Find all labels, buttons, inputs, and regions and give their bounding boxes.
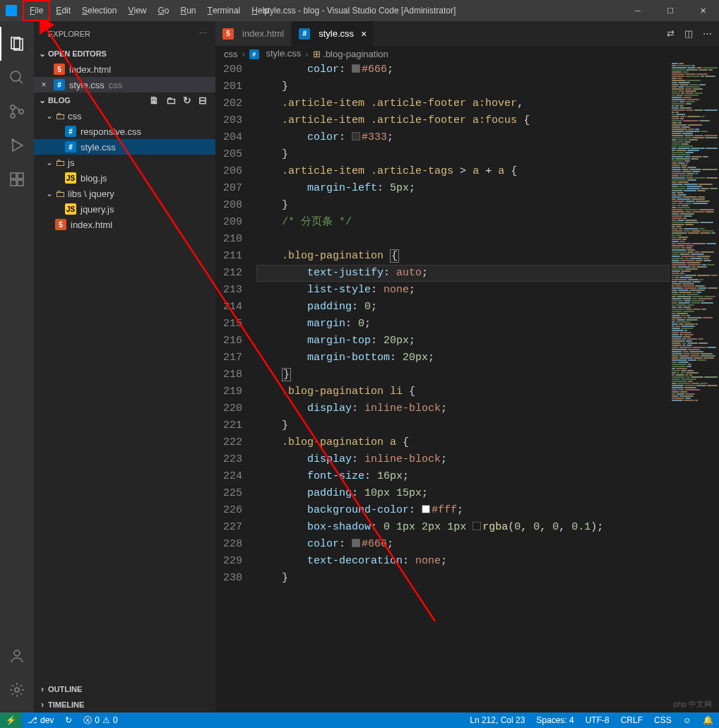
svg-line-3 xyxy=(19,80,23,83)
tree-file[interactable]: JSjquery.js xyxy=(34,201,215,217)
close-icon[interactable]: × xyxy=(361,28,367,40)
timeline-header[interactable]: › TIMELINE xyxy=(34,697,215,712)
file-label: blog.js xyxy=(81,173,107,184)
file-label: index.html xyxy=(69,64,111,75)
sidebar-title: EXPLORER ⋯ xyxy=(34,21,215,46)
open-editor-item[interactable]: 5index.html xyxy=(34,61,215,77)
status-sync[interactable]: ↻ xyxy=(59,712,78,728)
collapse-icon[interactable]: ⊟ xyxy=(198,95,207,106)
split-editor-icon[interactable]: ◫ xyxy=(684,28,693,39)
outline-header[interactable]: › OUTLINE xyxy=(34,681,215,697)
menu-terminal[interactable]: Terminal xyxy=(202,0,246,21)
menu-edit[interactable]: Edit xyxy=(50,0,76,21)
css-icon: # xyxy=(299,28,310,40)
menu-bar: FileEditSelectionViewGoRunTerminalHelp xyxy=(23,0,275,21)
editor-area: 5index.html#style.css× ⇄ ◫ ⋯ css›# style… xyxy=(215,21,719,712)
status-branch[interactable]: ⎇ dev xyxy=(22,712,59,728)
editor-tab[interactable]: #style.css× xyxy=(292,21,374,46)
breadcrumb-item[interactable]: ⊞ .blog-pagination xyxy=(313,49,388,59)
menu-file[interactable]: File xyxy=(23,0,50,21)
menu-selection[interactable]: Selection xyxy=(76,0,122,21)
status-remote[interactable]: ⚡ xyxy=(0,712,22,728)
file-label: index.html xyxy=(71,220,112,230)
feedback-icon: ☺ xyxy=(683,715,691,725)
explorer-sidebar: EXPLORER ⋯ ⌄ OPEN EDITORS 5index.html×#s… xyxy=(34,21,215,712)
folder-icon: 🗀 xyxy=(55,110,65,121)
folder-icon: 🗀 xyxy=(55,188,65,199)
tree-file[interactable]: 5index.html xyxy=(34,217,215,232)
tree-file[interactable]: JSblog.js xyxy=(34,170,215,186)
activity-extensions[interactable] xyxy=(0,162,34,196)
svg-point-5 xyxy=(11,114,15,118)
minimize-button[interactable]: ─ xyxy=(622,0,654,21)
menu-go[interactable]: Go xyxy=(152,0,174,21)
open-editors-header[interactable]: ⌄ OPEN EDITORS xyxy=(34,46,215,61)
tree-file[interactable]: #style.css xyxy=(34,139,215,155)
status-feedback[interactable]: ☺ xyxy=(677,715,697,725)
tree-folder[interactable]: ⌄🗀css xyxy=(34,108,215,124)
css-icon: # xyxy=(65,141,76,153)
menu-run[interactable]: Run xyxy=(175,0,202,21)
html5-icon: 5 xyxy=(54,64,65,75)
open-editor-item[interactable]: ×#style.csscss xyxy=(34,77,215,93)
more-icon[interactable]: ⋯ xyxy=(199,29,207,38)
chevron-down-icon: ⌄ xyxy=(44,189,55,198)
status-problems[interactable]: ⓧ 0 ⚠ 0 xyxy=(78,712,123,728)
js-icon: JS xyxy=(65,203,76,215)
activity-account[interactable] xyxy=(0,639,34,673)
status-line-col[interactable]: Ln 212, Col 23 xyxy=(464,715,530,725)
js-icon: JS xyxy=(65,172,76,184)
status-language[interactable]: CSS xyxy=(648,715,677,725)
css-icon: # xyxy=(54,79,65,90)
status-spaces[interactable]: Spaces: 4 xyxy=(530,715,579,725)
new-file-icon[interactable]: 🗎 xyxy=(149,95,159,106)
breadcrumb-item[interactable]: # style.css xyxy=(249,48,301,59)
svg-rect-10 xyxy=(18,173,23,179)
tab-label: style.css xyxy=(319,28,354,39)
html5-icon: 5 xyxy=(55,219,66,230)
maximize-button[interactable]: ☐ xyxy=(654,0,687,21)
close-button[interactable]: ✕ xyxy=(687,0,719,21)
minimap[interactable] xyxy=(670,61,719,712)
svg-rect-12 xyxy=(18,180,23,186)
bell-icon: 🔔 xyxy=(703,715,713,725)
file-label: style.css xyxy=(69,80,105,90)
refresh-icon[interactable]: ↻ xyxy=(183,95,191,106)
window-controls: ─ ☐ ✕ xyxy=(622,0,719,21)
html5-icon: 5 xyxy=(222,28,234,40)
activity-debug[interactable] xyxy=(0,129,34,162)
watermark: php 中文网 xyxy=(674,699,712,710)
svg-point-4 xyxy=(11,105,15,109)
svg-rect-9 xyxy=(11,173,16,179)
new-folder-icon[interactable]: 🗀 xyxy=(166,95,176,106)
activity-scm[interactable] xyxy=(0,95,34,129)
tree-folder[interactable]: ⌄🗀js xyxy=(34,155,215,170)
activity-explorer[interactable] xyxy=(0,27,34,61)
vscode-logo-icon xyxy=(6,5,17,16)
close-icon[interactable]: × xyxy=(34,80,54,90)
tree-file[interactable]: #responsive.css xyxy=(34,124,215,139)
folder-label: css xyxy=(68,111,82,121)
chevron-down-icon: ⌄ xyxy=(37,49,48,59)
file-label: responsive.css xyxy=(81,126,141,137)
activity-settings[interactable] xyxy=(0,673,34,707)
editor-tab[interactable]: 5index.html xyxy=(215,21,292,46)
breadcrumb[interactable]: css›# style.css›⊞ .blog-pagination xyxy=(215,46,719,61)
workspace-header[interactable]: ⌄ BLOG 🗎 🗀 ↻ ⊟ xyxy=(34,93,215,108)
more-icon[interactable]: ⋯ xyxy=(703,28,712,39)
status-bar: ⚡ ⎇ dev ↻ ⓧ 0 ⚠ 0 Ln 212, Col 23 Spaces:… xyxy=(0,712,719,728)
breadcrumb-item[interactable]: css xyxy=(224,49,238,59)
status-encoding[interactable]: UTF-8 xyxy=(580,715,615,725)
svg-point-2 xyxy=(11,71,20,81)
tree-folder[interactable]: ⌄🗀libs \ jquery xyxy=(34,186,215,201)
compare-icon[interactable]: ⇄ xyxy=(667,28,675,39)
folder-label: js xyxy=(68,157,74,168)
code-editor[interactable]: 2002012022032042052062072082092102112122… xyxy=(215,61,719,712)
chevron-down-icon: ⌄ xyxy=(37,95,48,105)
chevron-right-icon: › xyxy=(37,700,48,710)
menu-view[interactable]: View xyxy=(122,0,152,21)
activity-search[interactable] xyxy=(0,61,34,95)
status-notifications[interactable]: 🔔 xyxy=(697,715,719,725)
status-eol[interactable]: CRLF xyxy=(615,715,648,725)
css-icon: # xyxy=(65,126,76,137)
